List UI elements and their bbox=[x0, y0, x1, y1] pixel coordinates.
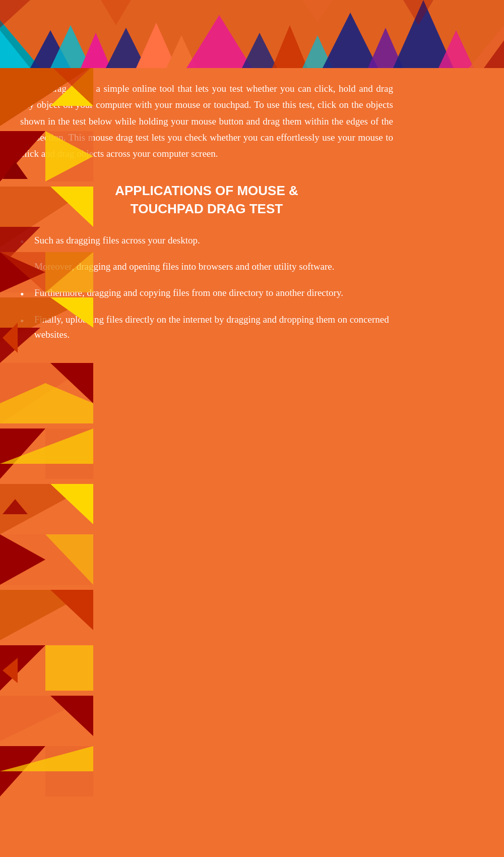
applications-title-line2: TOUCHPAD DRAG TEST bbox=[131, 201, 283, 216]
applications-title-line1: APPLICATIONS OF MOUSE & bbox=[115, 183, 298, 198]
right-decoration bbox=[0, 0, 93, 797]
svg-marker-39 bbox=[50, 696, 93, 736]
svg-marker-19 bbox=[0, 328, 40, 363]
svg-marker-28 bbox=[50, 484, 93, 524]
bottom-decoration bbox=[0, 0, 504, 68]
svg-marker-36 bbox=[45, 645, 93, 691]
page-background: 🐉 MOUSE & TOUCHPAD DRAG TEST Mouse drag … bbox=[0, 0, 504, 857]
svg-marker-34 bbox=[50, 590, 93, 630]
